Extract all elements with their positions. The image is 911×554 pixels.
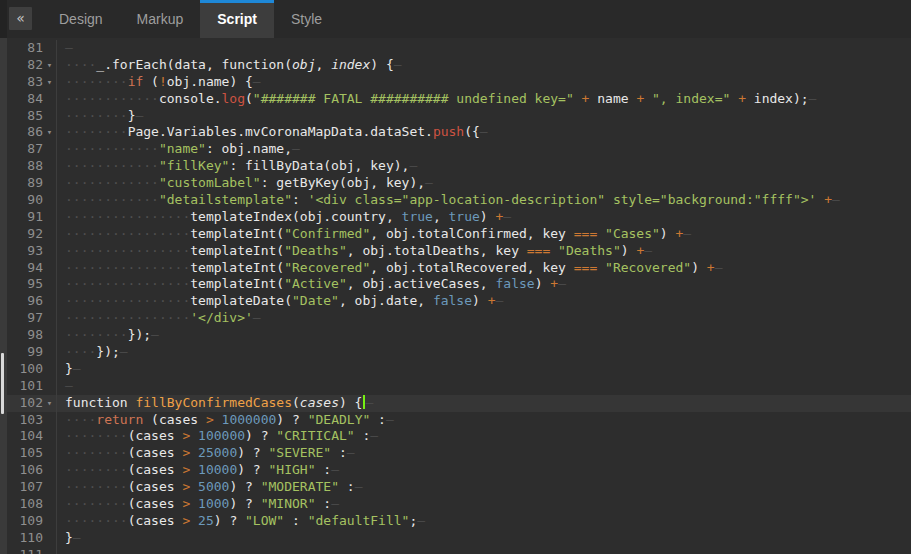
code-line[interactable]: 93················templateInt("Deaths", …: [7, 243, 911, 260]
gutter-cell[interactable]: 100: [7, 361, 57, 378]
line-number: 84: [7, 91, 43, 108]
gutter-cell[interactable]: 88: [7, 158, 57, 175]
code-line[interactable]: 83▾········if (!obj.name) {–: [7, 74, 911, 91]
gutter-cell[interactable]: 84: [7, 91, 57, 108]
gutter-cell[interactable]: 81: [7, 40, 57, 57]
gutter-cell[interactable]: 94: [7, 260, 57, 277]
gutter-cell[interactable]: 93: [7, 243, 57, 260]
code-line[interactable]: 82▾····_.forEach(data, function(obj, ind…: [7, 57, 911, 74]
code-line-text: ············"customLabel": getByKey(obj,…: [57, 175, 433, 192]
code-line[interactable]: 111: [7, 547, 911, 554]
code-line[interactable]: 102▾function fillByConfirmedCases(cases)…: [7, 395, 911, 412]
code-line[interactable]: 96················templateDate("Date", o…: [7, 293, 911, 310]
code-line[interactable]: 106········(cases > 10000) ? "HIGH" :–: [7, 462, 911, 479]
gutter-cell[interactable]: 108: [7, 496, 57, 513]
tab-list: Design Markup Script Style: [42, 0, 339, 38]
code-line[interactable]: 94················templateInt("Recovered…: [7, 260, 911, 277]
gutter-cell[interactable]: 111: [7, 547, 57, 554]
gutter-cell[interactable]: 103: [7, 412, 57, 429]
gutter-cell[interactable]: 96: [7, 293, 57, 310]
code-line-text: ············console.log("####### FATAL #…: [57, 91, 816, 108]
code-line[interactable]: 91················templateIndex(obj.coun…: [7, 209, 911, 226]
fold-arrow-icon: [43, 91, 56, 108]
code-line[interactable]: 87············"name": obj.name,–: [7, 141, 911, 158]
gutter-cell[interactable]: 87: [7, 141, 57, 158]
line-number: 90: [7, 192, 43, 209]
fold-arrow-icon[interactable]: ▾: [43, 395, 56, 412]
fold-arrow-icon: [43, 226, 56, 243]
fold-arrow-icon: [43, 479, 56, 496]
code-line[interactable]: 88············"fillKey": fillByData(obj,…: [7, 158, 911, 175]
code-line[interactable]: 100}–: [7, 361, 911, 378]
code-line[interactable]: 107········(cases > 5000) ? "MODERATE" :…: [7, 479, 911, 496]
code-line[interactable]: 99····});–: [7, 344, 911, 361]
code-line[interactable]: 84············console.log("####### FATAL…: [7, 91, 911, 108]
gutter-cell[interactable]: 86▾: [7, 124, 57, 141]
gutter-cell[interactable]: 95: [7, 276, 57, 293]
gutter-cell[interactable]: 83▾: [7, 74, 57, 91]
code-area[interactable]: 81–82▾····_.forEach(data, function(obj, …: [7, 38, 911, 554]
fold-arrow-icon: [43, 276, 56, 293]
tab-markup[interactable]: Markup: [120, 0, 201, 38]
gutter-cell[interactable]: 106: [7, 462, 57, 479]
code-line[interactable]: 108········(cases > 1000) ? "MINOR" :–: [7, 496, 911, 513]
gutter-cell[interactable]: 109: [7, 513, 57, 530]
gutter-cell[interactable]: 101: [7, 378, 57, 395]
code-line-text: ················'</div>'–: [57, 310, 261, 327]
fold-arrow-icon: [43, 310, 56, 327]
gutter-cell[interactable]: 82▾: [7, 57, 57, 74]
code-line[interactable]: 90············"detailstemplate": '<div c…: [7, 192, 911, 209]
code-line-text: ········if (!obj.name) {–: [57, 74, 261, 91]
fold-arrow-icon[interactable]: ▾: [43, 124, 56, 141]
tab-script[interactable]: Script: [200, 0, 274, 38]
gutter-cell[interactable]: 105: [7, 445, 57, 462]
left-scrollbar-track[interactable]: [0, 38, 7, 554]
gutter-cell[interactable]: 104: [7, 428, 57, 445]
collapse-panel-button[interactable]: «: [9, 7, 32, 30]
gutter-cell[interactable]: 98: [7, 327, 57, 344]
code-line[interactable]: 86▾········Page.Variables.mvCoronaMapDat…: [7, 124, 911, 141]
tab-design[interactable]: Design: [42, 0, 120, 38]
gutter-cell[interactable]: 92: [7, 226, 57, 243]
gutter-cell[interactable]: 110: [7, 530, 57, 547]
code-line[interactable]: 92················templateInt("Confirmed…: [7, 226, 911, 243]
code-line[interactable]: 103····return (cases > 1000000) ? "DEADL…: [7, 412, 911, 429]
line-number: 88: [7, 158, 43, 175]
fold-arrow-icon[interactable]: ▾: [43, 74, 56, 91]
gutter-cell[interactable]: 85: [7, 108, 57, 125]
code-line[interactable]: 81–: [7, 40, 911, 57]
code-line[interactable]: 101–: [7, 378, 911, 395]
code-line[interactable]: 104········(cases > 100000) ? "CRITICAL"…: [7, 428, 911, 445]
line-number: 95: [7, 276, 43, 293]
line-number: 86: [7, 124, 43, 141]
code-line[interactable]: 97················'</div>'–: [7, 310, 911, 327]
gutter-cell[interactable]: 89: [7, 175, 57, 192]
code-line[interactable]: 95················templateInt("Active", …: [7, 276, 911, 293]
gutter-cell[interactable]: 107: [7, 479, 57, 496]
tab-style[interactable]: Style: [274, 0, 339, 38]
left-scrollbar-thumb[interactable]: [1, 353, 4, 414]
gutter-cell[interactable]: 90: [7, 192, 57, 209]
gutter-cell[interactable]: 99: [7, 344, 57, 361]
code-line-text: –: [57, 378, 73, 395]
code-line[interactable]: 105········(cases > 25000) ? "SEVERE" :–: [7, 445, 911, 462]
code-line[interactable]: 110}–: [7, 530, 911, 547]
fold-arrow-icon: [43, 293, 56, 310]
line-number: 82: [7, 57, 43, 74]
line-number: 102: [7, 395, 43, 412]
fold-arrow-icon: [43, 260, 56, 277]
code-editor[interactable]: 81–82▾····_.forEach(data, function(obj, …: [0, 38, 911, 554]
code-line-text: ····});–: [57, 344, 128, 361]
code-line[interactable]: 85········}–: [7, 108, 911, 125]
gutter-cell[interactable]: 97: [7, 310, 57, 327]
fold-arrow-icon: [43, 327, 56, 344]
gutter-cell[interactable]: 102▾: [7, 395, 57, 412]
gutter-cell[interactable]: 91: [7, 209, 57, 226]
code-line-text: ············"fillKey": fillByData(obj, k…: [57, 158, 417, 175]
code-line[interactable]: 109········(cases > 25) ? "LOW" : "defau…: [7, 513, 911, 530]
fold-arrow-icon: [43, 462, 56, 479]
code-line[interactable]: 89············"customLabel": getByKey(ob…: [7, 175, 911, 192]
fold-arrow-icon[interactable]: ▾: [43, 57, 56, 74]
code-line[interactable]: 98········});–: [7, 327, 911, 344]
code-line-text: ········});–: [57, 327, 159, 344]
